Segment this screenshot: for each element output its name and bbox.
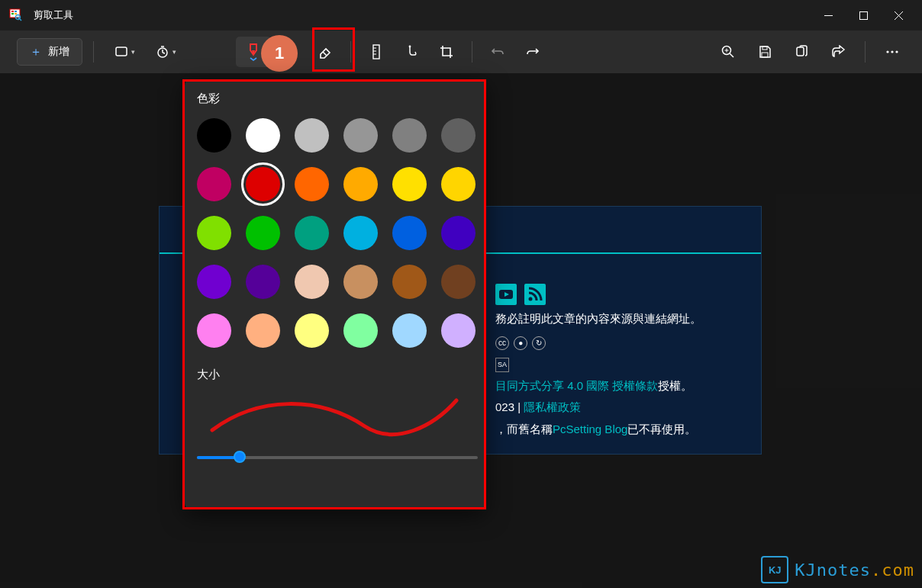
color-swatch[interactable] bbox=[392, 265, 427, 299]
maximize-button[interactable] bbox=[846, 0, 881, 31]
svg-line-22 bbox=[730, 53, 733, 57]
close-button[interactable] bbox=[881, 0, 916, 31]
annotation-box bbox=[312, 27, 355, 72]
youtube-icon bbox=[495, 284, 517, 305]
color-swatch[interactable] bbox=[441, 216, 476, 250]
new-button[interactable]: ＋ 新增 bbox=[17, 38, 82, 66]
color-swatch[interactable] bbox=[246, 167, 280, 201]
color-swatch[interactable] bbox=[246, 216, 280, 250]
svg-rect-26 bbox=[762, 53, 768, 57]
watermark: KJ KJnotes.com bbox=[761, 556, 914, 583]
app-icon bbox=[9, 8, 23, 22]
sa-icon: ↻ bbox=[532, 336, 546, 350]
svg-rect-2 bbox=[15, 11, 17, 12]
watermark-icon: KJ bbox=[761, 556, 788, 583]
callout-badge: 1 bbox=[261, 35, 298, 72]
window-title: 剪取工具 bbox=[34, 8, 811, 22]
license-link[interactable]: 目同方式分享 4.0 國際 授權條款 bbox=[495, 379, 658, 392]
color-swatch[interactable] bbox=[392, 167, 427, 201]
copy-button[interactable] bbox=[785, 37, 817, 67]
svg-rect-9 bbox=[116, 47, 127, 56]
color-swatch[interactable] bbox=[246, 313, 280, 348]
color-swatch[interactable] bbox=[343, 313, 378, 348]
snip-mode-button[interactable]: ▾ bbox=[105, 37, 144, 67]
more-button[interactable] bbox=[876, 37, 908, 67]
svg-rect-16 bbox=[373, 45, 379, 59]
oldname-link[interactable]: PcSetting Blog bbox=[553, 423, 627, 435]
chevron-down-icon: ▾ bbox=[131, 48, 135, 56]
slider-thumb[interactable] bbox=[234, 451, 246, 463]
color-swatch[interactable] bbox=[343, 265, 378, 299]
color-swatch[interactable] bbox=[197, 167, 231, 201]
color-swatch[interactable] bbox=[343, 216, 378, 250]
color-swatch[interactable] bbox=[392, 216, 427, 250]
color-swatch[interactable] bbox=[295, 167, 329, 201]
color-swatch[interactable] bbox=[441, 118, 476, 153]
color-swatch[interactable] bbox=[295, 265, 329, 299]
cc-icon: cc bbox=[495, 336, 509, 350]
share-button[interactable] bbox=[822, 37, 854, 67]
color-swatch[interactable] bbox=[441, 265, 476, 299]
undo-button[interactable] bbox=[482, 37, 514, 67]
color-swatch[interactable] bbox=[441, 313, 476, 348]
svg-rect-3 bbox=[11, 13, 14, 14]
color-swatch[interactable] bbox=[295, 313, 329, 348]
color-swatch[interactable] bbox=[246, 265, 280, 299]
by-icon: ● bbox=[514, 336, 527, 350]
svg-rect-6 bbox=[859, 11, 867, 19]
color-swatch[interactable] bbox=[197, 265, 231, 299]
privacy-link[interactable]: 隱私權政策 bbox=[524, 400, 581, 413]
stroke-preview bbox=[197, 388, 481, 445]
svg-line-12 bbox=[163, 53, 165, 53]
crop-tool-button[interactable] bbox=[430, 37, 463, 67]
svg-rect-4 bbox=[15, 13, 17, 14]
size-section-title: 大小 bbox=[197, 368, 481, 382]
color-swatch[interactable] bbox=[197, 313, 231, 348]
redo-button[interactable] bbox=[517, 37, 549, 67]
size-slider[interactable] bbox=[197, 449, 478, 464]
svg-point-30 bbox=[895, 50, 898, 53]
minimize-button[interactable] bbox=[811, 0, 846, 31]
color-swatch[interactable] bbox=[392, 313, 427, 348]
zoom-button[interactable] bbox=[712, 37, 744, 67]
touch-writing-button[interactable] bbox=[395, 37, 427, 67]
svg-point-20 bbox=[409, 46, 411, 48]
save-button[interactable] bbox=[749, 37, 781, 67]
svg-rect-1 bbox=[11, 11, 14, 12]
svg-point-28 bbox=[886, 50, 888, 53]
plus-icon: ＋ bbox=[30, 44, 42, 60]
svg-point-32 bbox=[529, 297, 533, 301]
ruler-tool-button[interactable] bbox=[360, 37, 392, 67]
color-swatch[interactable] bbox=[441, 167, 476, 201]
color-swatch[interactable] bbox=[295, 118, 329, 153]
color-swatch[interactable] bbox=[197, 216, 231, 250]
color-swatch[interactable] bbox=[392, 118, 427, 153]
chevron-down-icon: ▾ bbox=[172, 48, 176, 56]
pen-settings-popup: 色彩 大小 bbox=[185, 79, 485, 509]
color-section-title: 色彩 bbox=[197, 92, 481, 106]
color-swatch[interactable] bbox=[295, 216, 329, 250]
color-swatch[interactable] bbox=[343, 118, 378, 153]
delay-button[interactable]: ▾ bbox=[146, 37, 185, 67]
color-swatch[interactable] bbox=[246, 118, 280, 153]
svg-point-29 bbox=[891, 50, 893, 53]
color-swatch[interactable] bbox=[197, 118, 231, 153]
attribution-text: 務必註明此文章的內容來源與連結網址。 bbox=[495, 312, 701, 325]
color-swatch[interactable] bbox=[343, 167, 378, 201]
svg-rect-27 bbox=[797, 47, 804, 56]
rss-icon bbox=[524, 284, 546, 305]
